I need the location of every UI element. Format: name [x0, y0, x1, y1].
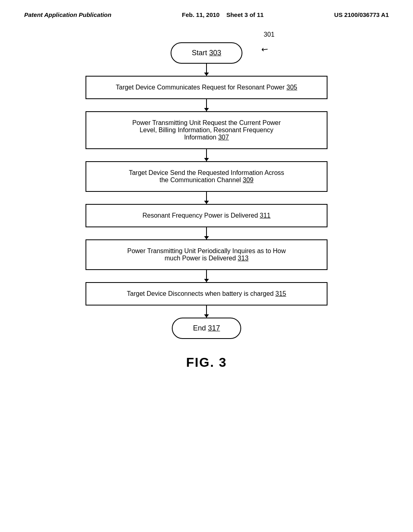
header-publication: Patent Application Publication [24, 11, 111, 18]
box-315: Target Device Disconnects when battery i… [86, 282, 327, 305]
box-305: Target Device Communicates Request for R… [86, 76, 327, 99]
box-313: Power Transmitting Unit Periodically Inq… [86, 239, 327, 270]
connector-3 [206, 149, 207, 161]
box-307: Power Transmitting Unit Request the Curr… [86, 111, 327, 149]
box-309: Target Device Send the Requested Informa… [86, 161, 327, 192]
connector-1 [206, 64, 207, 76]
connector-7 [206, 305, 207, 318]
header-date-sheet: Feb. 11, 2010 Sheet 3 of 11 [182, 11, 264, 18]
box-311: Resonant Frequency Power is Delivered 31… [86, 204, 327, 227]
ref-301-arrow: ↙ [259, 43, 271, 55]
header-patent-number: US 2100/036773 A1 [334, 11, 389, 18]
connector-4 [206, 192, 207, 204]
connector-6 [206, 270, 207, 282]
page-header: Patent Application Publication Feb. 11, … [0, 0, 413, 18]
connector-5 [206, 227, 207, 239]
figure-label: FIG. 3 [0, 355, 413, 370]
start-node: Start 303 [171, 42, 242, 64]
flowchart-diagram: Start 303 301 ↙ Target Device Communicat… [0, 42, 413, 339]
ref-301-label: 301 [264, 31, 275, 38]
end-node: End 317 [172, 318, 241, 339]
connector-2 [206, 99, 207, 111]
